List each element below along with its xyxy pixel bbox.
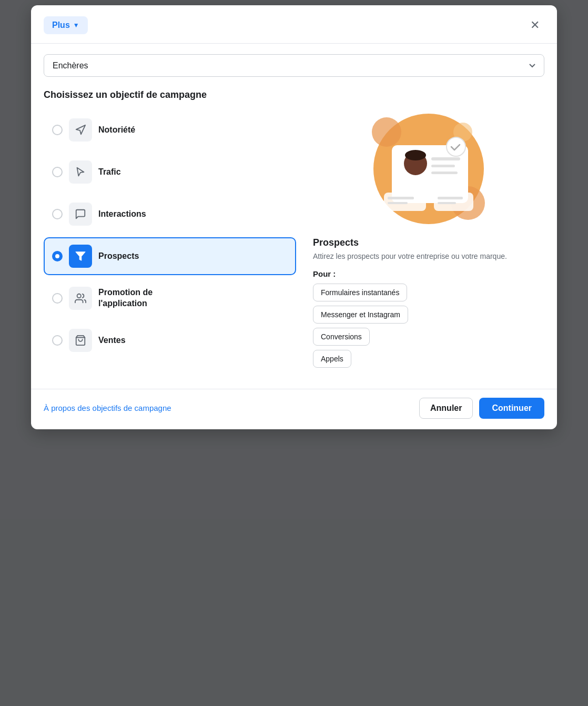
footer-actions: Annuler Continuer [419, 398, 544, 419]
tag-conversions: Conversions [313, 328, 370, 346]
tag-messenger: Messenger et Instagram [313, 306, 408, 324]
users-icon [75, 293, 86, 304]
option-trafic[interactable]: Trafic [44, 153, 296, 191]
svg-marker-0 [76, 252, 85, 261]
dropdown-section: Enchères Volume maximum Coût par résulta… [44, 54, 544, 77]
svg-rect-18 [438, 197, 463, 199]
enchere-select[interactable]: Enchères Volume maximum Coût par résulta… [44, 54, 544, 77]
detail-title: Prospects [313, 237, 359, 248]
close-icon: ✕ [530, 18, 540, 32]
svg-point-4 [372, 117, 401, 147]
promotion-label: Promotion del'application [98, 287, 153, 309]
radio-ventes [52, 335, 63, 346]
modal-overlay: Plus ▼ ✕ Enchères Volume maximum Coût pa… [0, 0, 588, 706]
modal-footer: À propos des objectifs de campagne Annul… [31, 389, 557, 429]
radio-dot-prospects [55, 254, 59, 258]
option-ventes[interactable]: Ventes [44, 321, 296, 359]
chat-icon [75, 208, 86, 220]
prospects-icon-wrap [69, 245, 92, 268]
option-prospects[interactable]: Prospects [44, 237, 296, 275]
plus-button[interactable]: Plus ▼ [44, 16, 88, 34]
tags-list: Formulaires instantanés Messenger et Ins… [313, 284, 544, 368]
modal: Plus ▼ ✕ Enchères Volume maximum Coût pa… [31, 5, 557, 429]
pour-label: Pour : [313, 269, 336, 278]
svg-rect-10 [431, 157, 460, 160]
radio-promotion [52, 293, 63, 304]
svg-rect-11 [431, 165, 455, 167]
interactions-icon-wrap [69, 203, 92, 226]
notoriete-label: Notoriété [98, 125, 135, 135]
cursor-icon [75, 166, 86, 178]
notoriete-icon-wrap [69, 118, 92, 142]
svg-point-13 [447, 137, 465, 156]
modal-body: Enchères Volume maximum Coût par résulta… [31, 44, 557, 378]
radio-notoriete [52, 125, 63, 135]
continue-button[interactable]: Continuer [479, 398, 544, 419]
megaphone-icon [75, 124, 86, 136]
tag-formulaires: Formulaires instantanés [313, 284, 407, 301]
trafic-icon-wrap [69, 160, 92, 184]
tag-appels: Appels [313, 350, 351, 368]
close-button[interactable]: ✕ [525, 16, 544, 35]
chevron-down-icon: ▼ [73, 22, 79, 29]
filter-icon [75, 250, 86, 262]
svg-point-1 [77, 294, 81, 298]
detail-panel: Prospects Attirez les prospects pour vot… [313, 111, 544, 368]
modal-header: Plus ▼ ✕ [31, 5, 557, 44]
cancel-button[interactable]: Annuler [419, 398, 473, 419]
ventes-icon-wrap [69, 329, 92, 352]
svg-rect-14 [384, 193, 426, 211]
prospects-label: Prospects [98, 251, 139, 261]
svg-rect-12 [431, 172, 458, 174]
interactions-label: Interactions [98, 209, 146, 219]
option-promotion[interactable]: Promotion del'application [44, 279, 296, 317]
shopping-bag-icon [75, 335, 86, 346]
svg-rect-16 [388, 197, 414, 199]
option-interactions[interactable]: Interactions [44, 195, 296, 233]
radio-prospects [52, 251, 63, 261]
plus-label: Plus [52, 21, 70, 30]
svg-rect-15 [434, 193, 473, 211]
promotion-icon-wrap [69, 287, 92, 310]
svg-rect-17 [388, 202, 408, 204]
trafic-label: Trafic [98, 167, 121, 177]
svg-point-9 [405, 150, 426, 160]
detail-desc: Attirez les prospects pour votre entrepr… [313, 251, 507, 262]
radio-trafic [52, 167, 63, 177]
prospects-illustration [371, 111, 486, 227]
section-title: Choisissez un objectif de campagne [44, 89, 544, 100]
option-notoriete[interactable]: Notoriété [44, 111, 296, 149]
radio-interactions [52, 209, 63, 219]
options-list: Notoriété Trafic [44, 111, 296, 368]
about-objectives-link[interactable]: À propos des objectifs de campagne [44, 404, 171, 412]
svg-rect-19 [438, 202, 456, 204]
content-area: Notoriété Trafic [44, 111, 544, 368]
ventes-label: Ventes [98, 336, 126, 345]
